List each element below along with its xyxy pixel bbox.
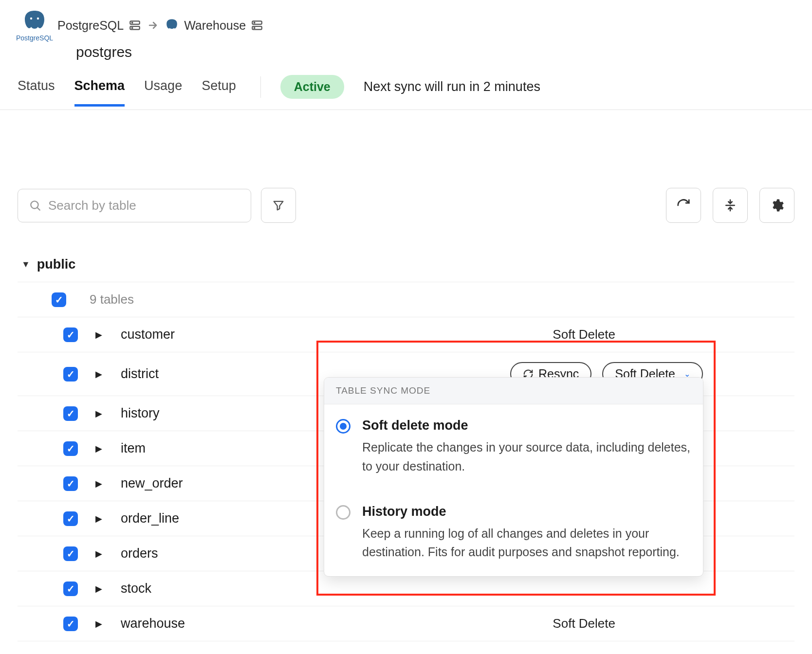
source-logo-label: PostgreSQL [16,34,53,42]
caret-right-icon: ▶ [95,513,102,524]
search-input[interactable]: Search by table [18,189,251,222]
breadcrumb-source[interactable]: PostgreSQL [57,18,141,33]
status-badge: Active [280,75,344,99]
sync-mode-dropdown[interactable]: TABLE SYNC MODE Soft delete mode Replica… [324,377,703,577]
svg-point-8 [254,22,255,23]
table-name: orders [121,546,158,561]
table-name: customer [121,327,175,342]
option-title: History mode [362,504,691,519]
table-checkbox[interactable] [63,581,78,596]
schema-name: public [37,257,76,272]
radio-unselected-icon [336,505,351,520]
table-checkbox[interactable] [63,617,78,631]
table-checkbox[interactable] [63,327,78,342]
table-name: history [121,406,160,421]
svg-point-4 [132,22,133,23]
tabs: Status Schema Usage Setup [18,78,236,107]
schema-header[interactable]: ▼ public [18,247,794,282]
option-description: Keep a running log of all changes and de… [362,524,691,562]
caret-right-icon: ▶ [95,618,102,629]
table-name: order_line [121,511,179,526]
caret-down-icon: ▼ [21,259,30,270]
table-checkbox[interactable] [63,511,78,526]
filter-button[interactable] [261,188,296,223]
table-checkbox[interactable] [63,441,78,456]
breadcrumb-source-label: PostgreSQL [57,18,124,33]
divider [260,76,261,98]
settings-button[interactable] [759,188,794,223]
caret-right-icon: ▶ [95,369,102,380]
caret-right-icon: ▶ [95,548,102,559]
arrow-right-icon [147,19,159,31]
svg-point-5 [132,28,133,29]
collapse-icon [723,198,738,213]
postgresql-icon [21,9,48,35]
tabs-row: Status Schema Usage Setup Active Next sy… [0,60,812,110]
table-name: stock [121,581,151,596]
table-name: district [121,366,159,382]
header: PostgreSQL PostgreSQL Warehouse [0,0,812,60]
caret-right-icon: ▶ [95,408,102,419]
breadcrumb-destination-label: Warehouse [184,18,246,33]
table-checkbox[interactable] [63,406,78,421]
table-checkbox[interactable] [63,367,78,382]
search-placeholder: Search by table [48,198,136,213]
gear-icon [770,198,784,213]
tab-usage[interactable]: Usage [144,78,182,107]
source-logo: PostgreSQL [18,9,52,42]
svg-point-9 [254,28,255,29]
sync-mode-option-soft-delete[interactable]: Soft delete mode Replicate the changes i… [324,404,703,490]
radio-selected-icon [336,419,351,434]
caret-right-icon: ▶ [95,329,102,340]
database-icon [129,19,141,32]
table-row[interactable]: ▶warehouseSoft Delete [18,606,794,641]
dropdown-header: TABLE SYNC MODE [324,378,703,404]
sync-mode-option-history[interactable]: History mode Keep a running log of all c… [324,490,703,577]
database-name: postgres [35,44,794,60]
caret-right-icon: ▶ [95,583,102,594]
tab-status[interactable]: Status [18,78,55,107]
filter-icon [272,199,285,212]
caret-right-icon: ▶ [95,478,102,489]
select-all-checkbox[interactable] [52,292,66,307]
database-icon [251,19,263,32]
tab-setup[interactable]: Setup [202,78,236,107]
warehouse-icon [165,18,179,33]
svg-point-1 [37,18,39,19]
collapse-button[interactable] [713,188,748,223]
table-name: new_order [121,476,183,491]
toolbar: Search by table [0,110,812,223]
next-sync-text: Next sync will run in 2 minutes [364,79,540,94]
table-mode: Soft Delete [553,616,791,631]
caret-right-icon: ▶ [95,443,102,454]
option-description: Replicate the changes in your source dat… [362,438,691,476]
breadcrumb: PostgreSQL PostgreSQL Warehouse [18,9,794,42]
refresh-button[interactable] [666,188,701,223]
table-name: item [121,441,146,456]
option-title: Soft delete mode [362,418,691,433]
breadcrumb-destination[interactable]: Warehouse [165,18,263,33]
table-mode: Soft Delete [553,327,791,342]
table-name: warehouse [121,616,185,631]
search-icon [29,199,41,212]
tables-count: 9 tables [90,292,134,307]
tab-schema[interactable]: Schema [74,78,125,107]
table-checkbox[interactable] [63,546,78,561]
table-checkbox[interactable] [63,476,78,491]
table-row[interactable]: ▶customerSoft Delete [18,317,794,352]
svg-point-0 [30,18,32,19]
tables-summary-row: 9 tables [18,282,794,317]
refresh-icon [676,198,691,213]
